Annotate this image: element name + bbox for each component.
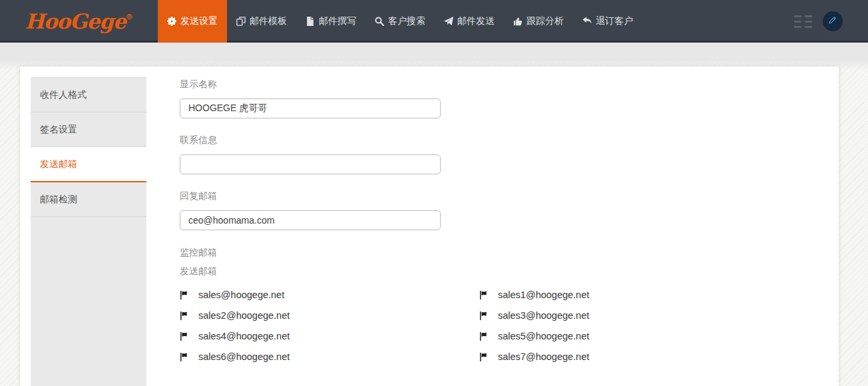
contact-info-label: 联系信息	[180, 134, 839, 146]
sender-email-text: sales6@hoogege.net	[198, 351, 290, 362]
sender-email-text: sales@hoogege.net	[198, 290, 284, 300]
send-email-label: 发送邮箱	[180, 266, 839, 278]
sender-email-text: sales4@hoogege.net	[198, 331, 290, 341]
registered-mark: ®	[126, 13, 133, 21]
nav-item-mail-send[interactable]: 邮件发送	[435, 0, 504, 43]
monitor-email-label: 监控邮箱	[180, 247, 839, 259]
search-icon	[375, 17, 384, 26]
sender-email-item[interactable]: sales3@hoogege.net	[479, 310, 779, 321]
display-name-label: 显示名称	[180, 79, 839, 91]
sidebar-item-signature-settings[interactable]: 签名设置	[31, 112, 146, 147]
sidebar-item-recipient-format[interactable]: 收件人格式	[31, 78, 146, 112]
display-name-input[interactable]	[180, 98, 441, 118]
sender-email-item[interactable]: sales2@hoogege.net	[180, 310, 479, 321]
sender-email-item[interactable]: sales@hoogege.net	[180, 290, 479, 300]
nav-item-label: 发送设置	[180, 15, 218, 27]
top-navbar: HooGege® 发送设置 邮件模板 邮件撰写 客户搜索	[0, 0, 868, 43]
sender-email-text: sales1@hoogege.net	[498, 290, 589, 300]
nav-item-customer-search[interactable]: 客户搜索	[365, 0, 435, 43]
main-nav: 发送设置 邮件模板 邮件撰写 客户搜索 邮件发送	[158, 0, 642, 43]
flag-icon	[479, 331, 489, 341]
nav-item-label: 邮件撰写	[319, 15, 356, 27]
sender-email-item[interactable]: sales5@hoogege.net	[479, 331, 779, 341]
nav-item-label: 客户搜索	[388, 15, 425, 27]
thumbs-up-icon	[513, 17, 523, 26]
sender-email-text: sales5@hoogege.net	[498, 331, 589, 341]
content-card: 收件人格式 签名设置 发送邮箱 邮箱检测 显示名称 联系信息 回复邮箱 监控邮箱…	[20, 67, 839, 386]
pencil-icon	[827, 15, 838, 28]
nav-item-mail-templates[interactable]: 邮件模板	[227, 0, 296, 43]
flag-icon	[180, 290, 189, 300]
flag-icon	[479, 311, 489, 321]
sender-email-item[interactable]: sales7@hoogege.net	[479, 351, 779, 362]
nav-item-unsubscribe[interactable]: 退订客户	[573, 0, 642, 43]
sender-email-item[interactable]: sales1@hoogege.net	[479, 290, 779, 300]
reply-email-label: 回复邮箱	[180, 190, 839, 202]
copy-icon	[236, 17, 246, 26]
logo[interactable]: HooGege®	[0, 0, 158, 43]
user-avatar[interactable]	[823, 11, 843, 31]
nav-item-send-settings[interactable]: 发送设置	[158, 0, 227, 43]
sender-email-item[interactable]: sales4@hoogege.net	[180, 331, 479, 341]
settings-form: 显示名称 联系信息 回复邮箱 监控邮箱 发送邮箱 sales@hoogege.n…	[180, 67, 839, 362]
list-menu-icon[interactable]	[794, 15, 812, 28]
nav-item-label: 退订客户	[596, 15, 633, 27]
nav-item-label: 跟踪分析	[527, 15, 564, 27]
nav-item-label: 邮件模板	[250, 15, 287, 27]
sidebar-item-send-mailbox[interactable]: 发送邮箱	[31, 147, 146, 182]
sender-email-list: sales@hoogege.net sales1@hoogege.net sal…	[180, 290, 839, 362]
contact-info-input[interactable]	[180, 154, 441, 174]
flag-icon	[180, 352, 189, 362]
gear-icon	[167, 17, 176, 26]
sidebar-item-mailbox-check[interactable]: 邮箱检测	[31, 182, 146, 217]
nav-item-label: 邮件发送	[457, 15, 495, 27]
nav-item-mail-compose[interactable]: 邮件撰写	[296, 0, 365, 43]
sender-email-text: sales2@hoogege.net	[198, 310, 290, 321]
sidebar-item-label: 邮箱检测	[40, 194, 77, 206]
flag-icon	[479, 290, 489, 300]
settings-sidebar: 收件人格式 签名设置 发送邮箱 邮箱检测	[31, 77, 146, 386]
nav-item-tracking-analysis[interactable]: 跟踪分析	[504, 0, 573, 43]
flag-icon	[180, 311, 189, 321]
reply-email-input[interactable]	[180, 210, 441, 230]
document-icon	[306, 17, 315, 26]
sidebar-item-label: 收件人格式	[40, 89, 87, 101]
navbar-right	[794, 0, 868, 43]
logo-text: HooGege®	[25, 11, 132, 32]
sender-email-item[interactable]: sales6@hoogege.net	[180, 351, 479, 362]
reply-icon	[582, 17, 592, 26]
sender-email-text: sales7@hoogege.net	[498, 351, 589, 362]
sender-email-text: sales3@hoogege.net	[498, 310, 589, 321]
send-icon	[444, 17, 453, 26]
sidebar-item-label: 发送邮箱	[40, 158, 77, 170]
sidebar-item-label: 签名设置	[40, 124, 77, 136]
flag-icon	[479, 352, 489, 362]
flag-icon	[180, 331, 189, 341]
